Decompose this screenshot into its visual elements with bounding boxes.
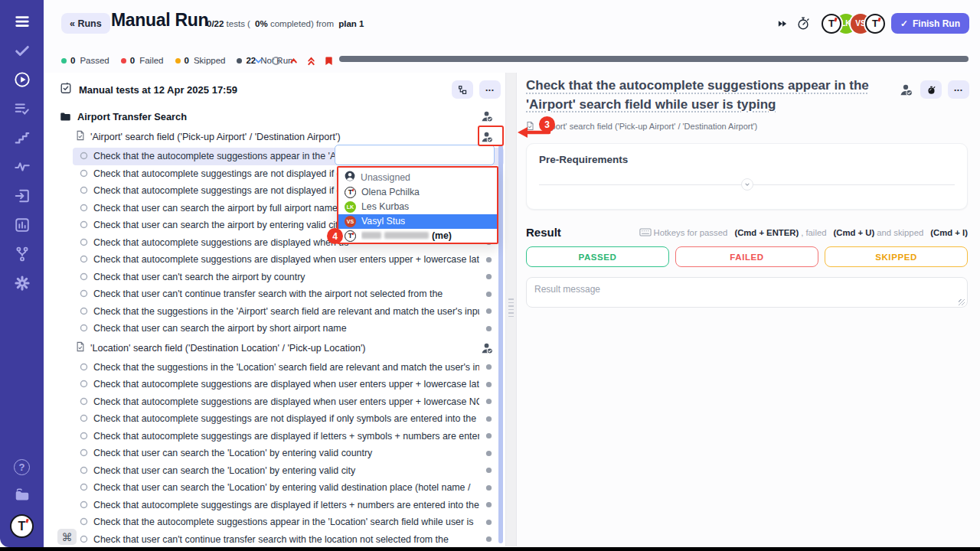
play-icon[interactable]: [13, 70, 31, 89]
result-skip-button[interactable]: SKIPPED: [825, 246, 968, 267]
tests-pane-header: Manual tests at 12 Apr 2025 17:59: [44, 73, 505, 106]
finish-run-button[interactable]: Finish Run: [891, 13, 969, 34]
double-chevron-up-icon[interactable]: [305, 55, 317, 67]
more-test-options-button[interactable]: [948, 80, 969, 99]
test-row[interactable]: Check that user can't search the airport…: [73, 269, 504, 286]
tests-count: 0/22: [207, 19, 224, 28]
test-row[interactable]: Check that user can search the 'Location…: [73, 479, 504, 497]
result-message-input[interactable]: [526, 277, 968, 308]
test-circle-icon: [80, 236, 88, 249]
fast-forward-icon[interactable]: [774, 15, 791, 32]
status-dot-icon: [479, 519, 492, 526]
status-dot: [237, 58, 242, 64]
breadcrumb[interactable]: 'Airport' search field ('Pick-up Airport…: [526, 121, 969, 131]
test-title: Check that the autocomplete suggestions …: [526, 77, 913, 114]
assign-user-icon[interactable]: [474, 341, 494, 355]
test-row[interactable]: Check that user can't continue transfer …: [73, 531, 504, 548]
status-dot-icon: [479, 416, 492, 422]
status-dot: [121, 58, 126, 64]
hotkeys-hint: Hotkeys for passed (Cmd + ENTER) , faile…: [639, 228, 968, 237]
expand-toggle[interactable]: [741, 178, 753, 191]
test-row[interactable]: Check that user can search the 'Location…: [73, 445, 504, 462]
check-icon[interactable]: [13, 41, 31, 60]
branch-icon[interactable]: [13, 245, 31, 263]
chevron-down-icon[interactable]: [253, 55, 264, 67]
sidebar-top-icons: [13, 12, 31, 292]
status-dot-icon: [479, 398, 492, 405]
pre-requirements-title: Pre-Requirements: [539, 154, 955, 165]
test-actions: [897, 80, 969, 99]
tests-scrollbar[interactable]: [498, 145, 503, 543]
activity-icon[interactable]: [13, 158, 31, 176]
test-circle-icon: [80, 321, 88, 335]
chevron-up-icon[interactable]: [288, 55, 299, 67]
test-circle-icon: [80, 395, 88, 409]
settings-icon[interactable]: [13, 274, 31, 292]
assignee-search-input[interactable]: [335, 145, 495, 165]
steps-icon[interactable]: [13, 129, 31, 147]
status-dot-icon: [479, 467, 492, 474]
test-circle-icon: [80, 218, 88, 232]
avatar: LK: [345, 201, 356, 213]
runs-back-button[interactable]: « Runs: [61, 13, 110, 34]
resizer-grip-icon: [508, 298, 514, 318]
assign-user-icon[interactable]: [474, 109, 494, 123]
test-row[interactable]: Check that user can search the 'Location…: [73, 462, 504, 480]
assign-user-icon[interactable]: [897, 81, 914, 98]
test-circle-icon: [80, 167, 88, 181]
file-check-icon: [76, 341, 85, 355]
stopwatch-icon[interactable]: [795, 15, 812, 32]
assign-user-icon[interactable]: [474, 130, 494, 144]
status-dot: [61, 58, 67, 64]
test-row[interactable]: Check that user can't continue transfer …: [73, 285, 504, 303]
test-circle-icon: [80, 184, 88, 197]
test-row[interactable]: Check that autocomplete suggestings are …: [73, 497, 504, 514]
sidebar-bottom-icons: ?T: [10, 458, 34, 538]
test-row[interactable]: Check that autocomplete suggestings are …: [73, 410, 504, 428]
test-circle-icon: [80, 270, 88, 284]
bookmark-icon[interactable]: [323, 55, 335, 67]
result-pass-button[interactable]: PASSED: [526, 246, 669, 267]
test-row[interactable]: Check that autocomplete suggestings are …: [73, 428, 504, 445]
list-check-icon[interactable]: [13, 99, 31, 118]
test-row[interactable]: Check that user can search the airport b…: [73, 320, 504, 337]
test-row[interactable]: Check that the suggestions in the 'Locat…: [73, 359, 504, 377]
test-row[interactable]: Check that autocomplete suggestions are …: [73, 376, 504, 393]
plan-name: plan 1: [338, 19, 364, 28]
status-filters: [253, 55, 335, 67]
assignee-option[interactable]: LKLes Kurbas: [338, 199, 497, 214]
assignee-option[interactable]: Unassigned: [338, 170, 497, 184]
report-icon[interactable]: [13, 216, 31, 234]
app-logo[interactable]: T: [10, 514, 34, 538]
run-list-title: Manual tests at 12 Apr 2025 17:59: [79, 84, 237, 96]
test-circle-icon: [80, 149, 88, 163]
import-icon[interactable]: [13, 187, 31, 205]
folder-row[interactable]: Airport Transfer Search: [44, 106, 505, 126]
avatar[interactable]: T: [822, 14, 841, 34]
tree-view-button[interactable]: [452, 80, 473, 99]
run-subtitle: 0/22 tests ( 0% completed) from plan 1: [207, 19, 364, 28]
test-circle-icon: [80, 481, 88, 494]
stat-failed: 0Failed: [121, 56, 164, 65]
menu-icon[interactable]: [13, 12, 31, 31]
pre-requirements-card: Pre-Requirements: [526, 143, 968, 210]
test-row[interactable]: Check that the suggestions in the 'Airpo…: [73, 303, 504, 321]
projects-icon[interactable]: [13, 486, 31, 504]
assignee-option[interactable]: VSVasyl Stus: [338, 214, 497, 229]
result-fail-button[interactable]: FAILED: [675, 246, 818, 267]
status-dot-icon: [479, 484, 492, 491]
timer-button[interactable]: [920, 80, 942, 99]
more-options-button[interactable]: [479, 80, 501, 99]
test-row[interactable]: Check that autocomplete suggestions are …: [73, 393, 504, 411]
test-circle-icon: [80, 253, 88, 266]
circle-filter-icon[interactable]: [270, 55, 282, 67]
pane-resizer[interactable]: [505, 73, 517, 546]
test-row[interactable]: Check that the autocomplete suggestions …: [73, 514, 504, 531]
test-row[interactable]: Check that autocomplete suggestions are …: [73, 251, 504, 269]
help-icon[interactable]: ?: [13, 458, 31, 476]
avatar[interactable]: T: [865, 14, 885, 34]
suite-row[interactable]: 'Location' search field ('Destination Lo…: [44, 337, 505, 359]
assignee-option[interactable]: T(me): [338, 229, 497, 243]
topbar-actions: TLKVST Finish Run: [774, 13, 969, 34]
assignee-option[interactable]: TOlena Pchilka: [338, 184, 497, 199]
